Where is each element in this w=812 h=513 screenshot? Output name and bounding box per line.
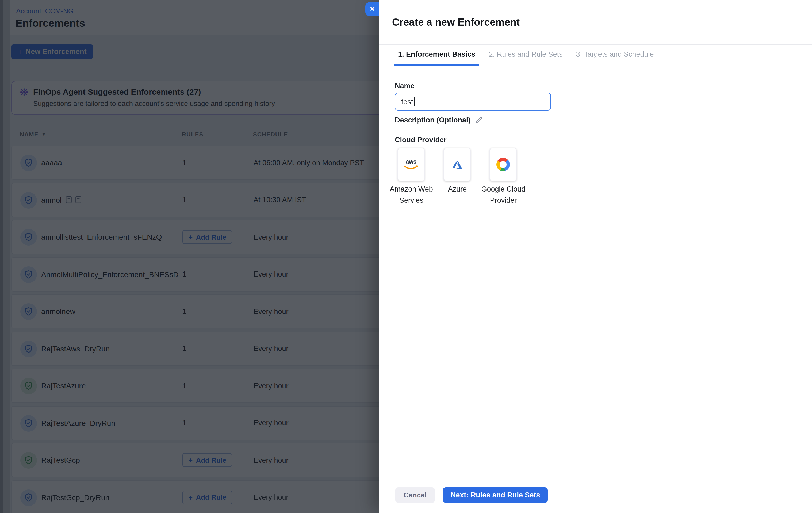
gcp-logo [496,158,510,171]
drawer-title: Create a new Enforcement [392,17,520,28]
cloud-provider-label: Cloud Provider [395,136,447,144]
create-enforcement-drawer: Create a new Enforcement 1. Enforcement … [379,0,812,513]
text-cursor [414,97,414,107]
name-label: Name [395,82,414,90]
azure-logo [451,158,464,171]
name-input[interactable]: test [395,92,551,111]
provider-card-azure[interactable] [443,148,471,181]
viewport: Account: CCM-NG Enforcements + New Enfor… [0,0,812,513]
tab-1[interactable]: 1. Enforcement Basics [394,45,479,66]
close-icon: ✕ [370,5,375,13]
tab-2[interactable]: 2. Rules and Rule Sets [485,45,567,66]
provider-card-gcp[interactable] [489,148,517,181]
modal-overlay[interactable] [0,0,379,513]
edit-pencil-icon[interactable] [475,116,483,124]
tab-3[interactable]: 3. Targets and Schedule [572,45,658,66]
aws-logo: aws [404,159,418,170]
provider-card-aws[interactable]: aws [398,148,425,181]
close-drawer-button[interactable]: ✕ [365,2,379,16]
next-button[interactable]: Next: Rules and Rule Sets [443,487,548,503]
cancel-button[interactable]: Cancel [395,487,435,503]
wizard-tabs: 1. Enforcement Basics2. Rules and Rule S… [394,45,664,66]
provider-label-gcp: Google Cloud Provider [471,184,535,206]
description-label: Description (Optional) [395,116,483,124]
